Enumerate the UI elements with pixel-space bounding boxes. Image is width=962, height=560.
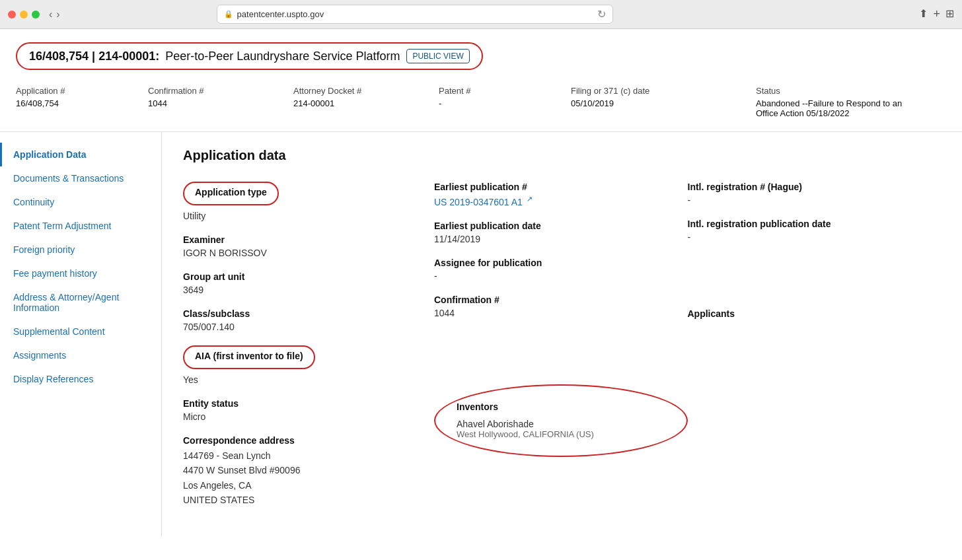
forward-button[interactable]: › (56, 9, 59, 20)
aia-label: AIA (first inventor to file) (195, 351, 303, 361)
aia-outline: AIA (first inventor to file) (183, 345, 315, 369)
address-line-2: 4470 W Sunset Blvd #90096 (183, 463, 434, 477)
sidebar-item-address-attorney[interactable]: Address & Attorney/Agent Information (0, 285, 161, 320)
back-button[interactable]: ‹ (49, 9, 52, 20)
sidebar-item-fee-payment[interactable]: Fee payment history (0, 262, 161, 285)
data-column-3: Intl. registration # (Hague) - Intl. reg… (688, 182, 942, 521)
earliest-pub-link[interactable]: US 2019-0347601 A1 (434, 197, 523, 207)
earliest-pub-date-field: Earliest publication date 11/14/2019 (434, 221, 688, 244)
address-line-3: Los Angeles, CA (183, 478, 434, 493)
entity-status-field: Entity status Micro (183, 398, 434, 422)
traffic-lights (8, 11, 40, 18)
close-button[interactable] (8, 11, 16, 18)
examiner-value: IGOR N BORISSOV (183, 248, 434, 258)
main-layout: Application Data Documents & Transaction… (0, 132, 962, 537)
earliest-pub-label: Earliest publication # (434, 182, 688, 192)
add-tab-icon[interactable]: + (933, 7, 940, 21)
attorney-docket-value: 214-00001 (293, 98, 426, 108)
application-id: 16/408,754 | 214-00001: Peer-to-Peer Lau… (29, 50, 400, 63)
data-column-1: Application type Utility Examiner IGOR N… (183, 182, 434, 521)
earliest-pub-date-label: Earliest publication date (434, 221, 688, 231)
filing-label: Filing or 371 (c) date (571, 86, 743, 96)
refresh-icon[interactable]: ↻ (597, 8, 606, 20)
assignee-value: - (434, 271, 688, 281)
intl-reg-pub-value: - (688, 232, 942, 242)
correspondence-label: Correspondence address (183, 435, 434, 446)
filing-cell: Filing or 371 (c) date 05/10/2019 (571, 83, 756, 121)
url-text: patentcenter.uspto.gov (237, 9, 324, 19)
intl-reg-value: - (688, 195, 942, 205)
examiner-label: Examiner (183, 234, 434, 245)
minimize-button[interactable] (20, 11, 28, 18)
app-type-outline: Application type (183, 182, 279, 205)
patent-cell: Patent # - (439, 83, 571, 121)
sidebar-item-continuity[interactable]: Continuity (0, 190, 161, 214)
browser-actions: ⬆ + ⊞ (919, 7, 954, 21)
attorney-docket-cell: Attorney Docket # 214-00001 (293, 83, 439, 121)
address-bar[interactable]: 🔒 patentcenter.uspto.gov ↻ (217, 5, 613, 24)
status-cell: Status Abandoned --Failure to Respond to… (756, 83, 946, 121)
correspondence-field: Correspondence address 144769 - Sean Lyn… (183, 435, 434, 508)
sidebar-item-display-references[interactable]: Display References (0, 367, 161, 391)
group-art-unit-value: 3649 (183, 285, 434, 295)
sidebar-item-patent-term[interactable]: Patent Term Adjustment (0, 214, 161, 238)
sidebar-item-assignments[interactable]: Assignments (0, 343, 161, 367)
patent-label: Patent # (439, 86, 558, 96)
address-line-1: 144769 - Sean Lynch (183, 448, 434, 463)
page-wrapper: 16/408,754 | 214-00001: Peer-to-Peer Lau… (0, 29, 962, 560)
class-subclass-value: 705/007.140 (183, 322, 434, 332)
status-value: Abandoned --Failure to Respond to an Off… (756, 98, 914, 118)
sidebar: Application Data Documents & Transaction… (0, 132, 162, 537)
assignee-label: Assignee for publication (434, 258, 688, 268)
patent-value: - (439, 98, 558, 108)
app-type-value: Utility (183, 211, 434, 221)
aia-field: AIA (first inventor to file) Yes (183, 345, 434, 385)
share-icon[interactable]: ⬆ (919, 7, 928, 21)
page-header: 16/408,754 | 214-00001: Peer-to-Peer Lau… (0, 29, 962, 132)
aia-value: Yes (183, 374, 434, 385)
inventors-label: Inventors (457, 402, 665, 412)
applicants-label: Applicants (688, 308, 942, 319)
entity-status-value: Micro (183, 411, 434, 422)
data-grid: Application type Utility Examiner IGOR N… (183, 182, 941, 521)
meta-grid: Application # 16/408,754 Confirmation # … (16, 83, 946, 121)
inventors-location: West Hollywood, CALIFORNIA (US) (457, 429, 665, 439)
app-type-label: Application type (195, 187, 267, 197)
confirmation-label: Confirmation # (148, 86, 280, 96)
confirmation2-value: 1044 (434, 308, 688, 318)
app-type-field: Application type Utility (183, 182, 434, 221)
grid-icon[interactable]: ⊞ (945, 7, 954, 21)
intl-reg-field: Intl. registration # (Hague) - (688, 182, 942, 205)
public-view-button[interactable]: PUBLIC VIEW (406, 49, 469, 63)
intl-reg-label: Intl. registration # (Hague) (688, 182, 942, 192)
app-number-label: Application # (16, 86, 135, 96)
content-area: Application data Application type Utilit… (162, 132, 962, 537)
external-link-icon: ↗ (527, 195, 533, 203)
intl-reg-pub-label: Intl. registration publication date (688, 219, 942, 229)
app-number-cell: Application # 16/408,754 (16, 83, 148, 121)
attorney-docket-label: Attorney Docket # (293, 86, 426, 96)
sidebar-item-documents[interactable]: Documents & Transactions (0, 166, 161, 190)
app-number-value: 16/408,754 (16, 98, 135, 108)
group-art-unit-field: Group art unit 3649 (183, 271, 434, 295)
address-line-4: UNITED STATES (183, 493, 434, 507)
sidebar-item-foreign-priority[interactable]: Foreign priority (0, 238, 161, 262)
entity-status-label: Entity status (183, 398, 434, 409)
intl-reg-pub-field: Intl. registration publication date - (688, 219, 942, 242)
application-title-box: 16/408,754 | 214-00001: Peer-to-Peer Lau… (16, 42, 483, 70)
status-label: Status (756, 86, 933, 96)
inventors-field: Inventors Ahavel Aborishade West Hollywo… (434, 384, 688, 457)
section-title: Application data (183, 148, 941, 163)
sidebar-item-application-data[interactable]: Application Data (0, 143, 161, 166)
maximize-button[interactable] (32, 11, 40, 18)
confirmation-value: 1044 (148, 98, 280, 108)
class-subclass-label: Class/subclass (183, 308, 434, 319)
filing-value: 05/10/2019 (571, 98, 743, 108)
examiner-field: Examiner IGOR N BORISSOV (183, 234, 434, 258)
browser-chrome: ‹ › 🔒 patentcenter.uspto.gov ↻ ⬆ + ⊞ (0, 0, 962, 29)
sidebar-item-supplemental[interactable]: Supplemental Content (0, 320, 161, 343)
earliest-pub-value: US 2019-0347601 A1 ↗ (434, 195, 688, 207)
correspondence-address: 144769 - Sean Lynch 4470 W Sunset Blvd #… (183, 448, 434, 508)
confirmation2-field: Confirmation # 1044 (434, 295, 688, 318)
assignee-field: Assignee for publication - (434, 258, 688, 281)
